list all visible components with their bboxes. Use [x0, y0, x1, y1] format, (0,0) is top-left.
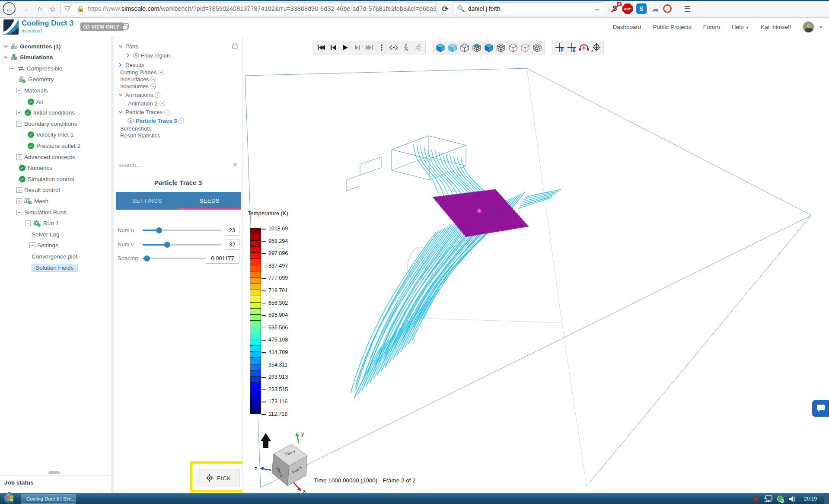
expand-icon[interactable]: +	[16, 198, 22, 204]
seed-point[interactable]	[478, 210, 481, 212]
cube-grid-icon[interactable]	[471, 42, 482, 53]
parts-item-parts[interactable]: Parts	[114, 42, 239, 50]
shield-icon[interactable]: 🛡	[64, 5, 71, 12]
nav-dashboard[interactable]: Dashboard	[612, 24, 641, 30]
reload-icon[interactable]: ⟳	[439, 3, 451, 15]
gray-extension-icon[interactable]: ☁	[650, 3, 660, 14]
tree-item-solution-fields[interactable]: Solution Fields	[0, 263, 111, 272]
slider-thumb[interactable]	[164, 242, 170, 248]
tree-item-pressure-outlet-2[interactable]: ✓Pressure outlet 2	[0, 141, 111, 150]
add-circle-icon[interactable]: +	[150, 83, 156, 89]
nav-help[interactable]: Help ▼	[732, 24, 749, 30]
tab-seeds[interactable]: SEEDS	[179, 192, 241, 210]
expand-icon[interactable]: +	[16, 154, 22, 160]
status-green-icon[interactable]	[777, 495, 784, 503]
chevron-icon[interactable]	[118, 110, 124, 114]
parts-item-particle-trace-3[interactable]: Particle Trace 3−	[114, 117, 239, 124]
chevron-down-icon[interactable]	[3, 45, 9, 48]
slider-track[interactable]	[143, 244, 222, 246]
chevron-up-icon[interactable]	[3, 56, 9, 59]
parts-item-isovolumes[interactable]: Isovolumes+	[114, 82, 239, 90]
noscript-extension-icon[interactable]: S4	[609, 3, 620, 14]
rotate-view-icon[interactable]	[578, 42, 590, 53]
slider-value-input[interactable]: 32	[225, 239, 239, 250]
cube-shaded-icon[interactable]	[483, 42, 494, 53]
network-icon[interactable]	[764, 495, 772, 502]
tree-item-solver-log[interactable]: Solver Log	[0, 230, 111, 239]
collapse-icon[interactable]: −	[16, 121, 22, 127]
add-circle-icon[interactable]: +	[150, 77, 156, 82]
project-owner[interactable]: dstoddard	[22, 28, 42, 33]
slider-value-input[interactable]: 23	[225, 225, 239, 236]
orientation-cube[interactable]: Pos Y Pos Z Pos X y z x	[249, 429, 322, 493]
hamburger-menu-icon[interactable]: ☰	[681, 3, 693, 15]
tree-item-geometries-1-[interactable]: Geometries (1)	[0, 41, 111, 51]
simscale-logo[interactable]	[3, 19, 19, 35]
probe-element-icon[interactable]: E	[566, 42, 577, 53]
play-icon[interactable]	[340, 42, 351, 53]
skip-end-icon[interactable]	[364, 42, 375, 53]
adblock-extension-icon[interactable]: ABP	[622, 3, 633, 14]
add-circle-icon[interactable]: +	[159, 70, 164, 75]
parts-item-particle-traces[interactable]: Particle Traces+	[114, 108, 239, 116]
more-dots-icon[interactable]	[376, 42, 387, 53]
forward-icon[interactable]: →	[19, 3, 31, 15]
home-icon[interactable]: ⌂	[34, 3, 46, 15]
search-input[interactable]: 🔍 daniel j feith →	[453, 2, 604, 15]
tree-item-simulation-runs[interactable]: −Simulation Runs	[0, 207, 111, 217]
volume-icon[interactable]	[789, 496, 796, 502]
expand-icon[interactable]: +	[29, 242, 35, 248]
tree-item-initial-conditions[interactable]: +✓Initial conditions	[0, 108, 111, 118]
tree-item-compressible[interactable]: −Compressible	[0, 64, 111, 73]
tree-item-advanced-concepts[interactable]: +Advanced concepts	[0, 152, 111, 162]
cube-solid-icon[interactable]	[435, 42, 446, 53]
tree-item-result-control[interactable]: +Result control	[0, 185, 111, 195]
url-bar[interactable]: 🛡 🔒 https://www.simscale.com/workbench/?…	[61, 2, 437, 15]
show-desktop-button[interactable]	[824, 493, 829, 504]
chevron-icon[interactable]	[126, 53, 131, 57]
slider-value-input[interactable]: 0.001177	[206, 253, 239, 264]
viewport-3d[interactable]: PEx Temperature (K) 1018.69958.294897.89…	[242, 36, 829, 493]
step-forward-icon[interactable]	[352, 42, 363, 53]
cube-mesh-icon[interactable]	[532, 42, 543, 53]
avatar[interactable]	[803, 21, 814, 33]
parts-item-results[interactable]: Results	[114, 61, 239, 69]
collapse-icon[interactable]: −	[10, 66, 15, 71]
walk-icon[interactable]	[400, 42, 411, 53]
center-axis-icon[interactable]: x	[590, 42, 602, 53]
collapse-icon[interactable]: −	[25, 220, 31, 226]
cube-points-icon[interactable]	[520, 42, 531, 53]
back-icon[interactable]: ←	[3, 2, 16, 15]
tree-item-simulations[interactable]: Simulations	[0, 53, 111, 62]
duplicate-project-icon[interactable]	[122, 23, 129, 30]
tree-item-simulation-control[interactable]: ✓Simulation control	[0, 174, 111, 184]
parts-item-flow-region[interactable]: Flow region	[114, 51, 239, 59]
start-button[interactable]	[3, 492, 16, 504]
nav-username[interactable]: Kai_himself	[761, 24, 791, 30]
collapse-icon[interactable]: −	[16, 88, 22, 93]
pick-button[interactable]: PICK	[197, 469, 240, 487]
skype-extension-icon[interactable]: S	[636, 3, 647, 14]
collapse-icon[interactable]: −	[16, 210, 22, 215]
add-circle-icon[interactable]: +	[164, 109, 170, 115]
chevron-icon[interactable]	[118, 45, 124, 48]
slider-track[interactable]	[143, 230, 222, 231]
bookmark-icon[interactable]: ☆	[47, 3, 59, 15]
cube-surface-icon[interactable]	[459, 42, 470, 53]
clear-search-icon[interactable]: ✕	[232, 161, 238, 169]
cube-outline-icon[interactable]	[507, 42, 519, 53]
scene-canvas[interactable]	[242, 36, 829, 493]
job-status-header[interactable]: Job status	[0, 475, 111, 489]
tab-settings[interactable]: SETTINGS	[116, 192, 179, 210]
skip-start-icon[interactable]	[316, 42, 327, 53]
slider-thumb[interactable]	[156, 227, 162, 233]
chat-button[interactable]	[812, 400, 829, 417]
visibility-eye-icon[interactable]	[133, 53, 139, 57]
tree-item-convergence-plot[interactable]: Convergence plot	[0, 252, 111, 261]
slider-thumb[interactable]	[144, 255, 150, 262]
tree-item-velocity-inlet-1[interactable]: ✓Velocity inlet 1	[0, 130, 111, 140]
tree-item-boundary-conditions[interactable]: −Boundary conditions	[0, 119, 111, 128]
visibility-eye-icon[interactable]	[128, 118, 134, 123]
expand-icon[interactable]: +	[16, 187, 22, 193]
sidebar-scrollbar-thumb[interactable]	[48, 471, 60, 474]
